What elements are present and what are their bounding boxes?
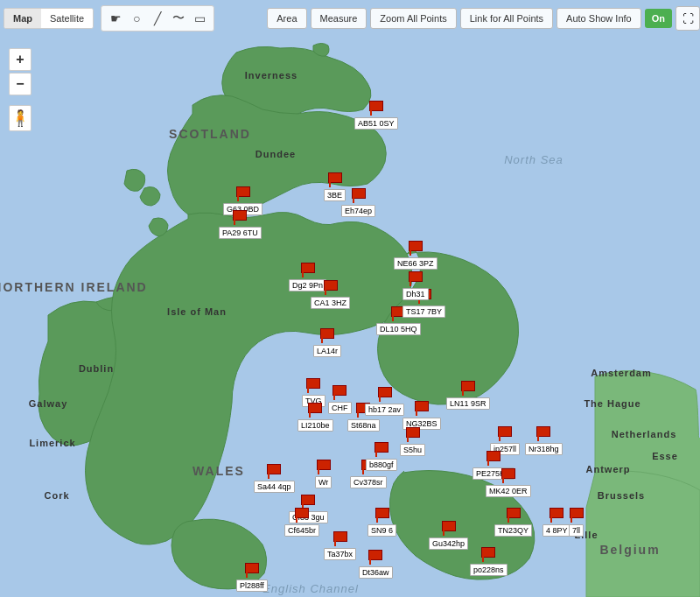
marker-flag	[369, 101, 383, 111]
marker-3be[interactable]: 3BE	[324, 172, 346, 201]
marker-eh74[interactable]: Eh74ep	[341, 188, 375, 217]
marker-label: LI210be	[298, 419, 333, 432]
toolbar: Map Satellite ☛ ○ ╱ 〜 ▭ Area Measure Zoo…	[0, 0, 700, 37]
marker-label: b880gf	[366, 459, 397, 471]
marker-label: AB51 0SY	[354, 117, 398, 130]
marker-flag	[415, 401, 429, 411]
marker-flag	[236, 186, 250, 197]
marker-flag	[406, 427, 420, 438]
marker-flag	[442, 521, 456, 531]
area-button[interactable]: Area	[267, 8, 306, 29]
marker-label: PA29 6TU	[219, 227, 262, 239]
draw-tools: ☛ ○ ╱ 〜 ▭	[101, 5, 214, 32]
marker-label: CA1 3HZ	[311, 297, 350, 309]
marker-flag	[332, 385, 346, 396]
marker-flag	[481, 547, 495, 558]
map-button[interactable]: Map	[4, 9, 41, 28]
marker-flag	[301, 495, 315, 505]
marker-flag	[295, 508, 309, 518]
marker-label: TN23QY	[494, 524, 532, 537]
marker-aberdeen[interactable]: AB51 0SY	[354, 101, 398, 130]
marker-la14[interactable]: LA14r	[313, 328, 341, 357]
auto-show-button[interactable]: Auto Show Info	[556, 8, 641, 29]
fullscreen-button[interactable]: ⛶	[676, 6, 700, 31]
line-tool-icon[interactable]: 〜	[169, 9, 188, 28]
marker-label: DL10 5HQ	[376, 323, 421, 335]
measure-button[interactable]: Measure	[311, 8, 368, 29]
satellite-button[interactable]: Satellite	[41, 9, 93, 28]
marker-label: St68na	[347, 419, 380, 432]
marker-po228[interactable]: po228ns	[470, 547, 508, 576]
map-container: Map Satellite ☛ ○ ╱ 〜 ▭ Area Measure Zoo…	[0, 0, 700, 597]
marker-label: 7ll	[569, 524, 584, 537]
street-view-button[interactable]: 🧍	[9, 105, 32, 131]
marker-4_8py[interactable]: 4 8PY	[542, 508, 571, 537]
marker-label: SN9 6	[368, 524, 396, 537]
marker-label: Nr318hg	[525, 443, 563, 455]
marker-cf645[interactable]: Cf645br	[284, 508, 319, 537]
marker-flag	[352, 188, 366, 199]
zoom-in-button[interactable]: +	[9, 48, 32, 71]
marker-flag	[374, 442, 388, 453]
map-type-group: Map Satellite	[4, 8, 94, 29]
marker-flag	[409, 271, 423, 282]
marker-label: Cv378sr	[350, 476, 387, 488]
marker-label: Pl288ff	[236, 579, 268, 592]
marker-label: LA14r	[313, 345, 341, 357]
marker-hb17[interactable]: hb17 2av	[365, 387, 404, 416]
marker-label: Dh31	[402, 288, 429, 300]
marker-s5hu[interactable]: S5hu	[400, 427, 425, 456]
marker-flag	[536, 426, 550, 437]
marker-label: Gu342hp	[429, 537, 468, 550]
marker-label: MK42 0ER	[486, 485, 531, 497]
marker-flag	[375, 508, 389, 518]
marker-ta37[interactable]: Ta37bx	[324, 531, 356, 560]
marker-flag	[317, 460, 331, 470]
marker-flag	[570, 508, 584, 518]
marker-flag	[378, 387, 392, 397]
marker-sn9[interactable]: SN9 6	[368, 508, 396, 537]
marker-flag	[301, 263, 315, 273]
marker-chf[interactable]: CHF	[328, 385, 352, 414]
marker-flag	[324, 280, 338, 291]
zoom-controls: + −	[9, 48, 32, 97]
marker-flag	[245, 563, 259, 573]
marker-flag	[486, 451, 500, 461]
marker-label: 3BE	[324, 189, 346, 201]
marker-ca1[interactable]: CA1 3HZ	[311, 280, 350, 309]
marker-label: TS17 7BY	[402, 306, 445, 318]
marker-b880[interactable]: b880gf	[366, 442, 397, 471]
marker-ne66[interactable]: NE66 3PZ	[394, 241, 438, 270]
marker-dh31[interactable]: Dh31	[402, 271, 429, 300]
circle-tool-icon[interactable]: ○	[127, 9, 146, 28]
marker-flag	[233, 210, 247, 221]
marker-pl288[interactable]: Pl288ff	[236, 563, 268, 592]
link-all-button[interactable]: Link for All Points	[460, 8, 553, 29]
marker-dt36[interactable]: Dt36aw	[359, 550, 393, 579]
marker-flag	[320, 328, 334, 339]
marker-7ll[interactable]: 7ll	[569, 508, 584, 537]
marker-label: hb17 2av	[365, 404, 404, 416]
rectangle-tool-icon[interactable]: ▭	[190, 9, 209, 28]
marker-mk42[interactable]: MK42 0ER	[486, 468, 531, 497]
marker-label: NE66 3PZ	[394, 257, 438, 270]
marker-label: S5hu	[400, 444, 425, 456]
marker-ln11[interactable]: LN11 9SR	[446, 381, 490, 410]
marker-sa44[interactable]: Sa44 4qp	[254, 464, 295, 493]
marker-nr318[interactable]: Nr318hg	[525, 426, 563, 455]
marker-pa29[interactable]: PA29 6TU	[219, 210, 262, 239]
zoom-out-button[interactable]: −	[9, 73, 32, 95]
marker-gu342[interactable]: Gu342hp	[429, 521, 468, 550]
hand-tool-icon[interactable]: ☛	[106, 9, 125, 28]
marker-tn23[interactable]: TN23QY	[494, 508, 532, 537]
zoom-all-button[interactable]: Zoom All Points	[370, 8, 456, 29]
on-badge: On	[645, 9, 672, 28]
marker-flag	[498, 426, 512, 437]
marker-flag	[409, 241, 423, 251]
marker-flag	[501, 468, 515, 479]
polyline-tool-icon[interactable]: ╱	[148, 9, 167, 28]
marker-wrc[interactable]: Wr	[315, 460, 332, 488]
marker-label: po228ns	[470, 564, 508, 576]
marker-ng32[interactable]: NG32BS	[402, 401, 441, 430]
marker-label: CHF	[328, 402, 352, 414]
